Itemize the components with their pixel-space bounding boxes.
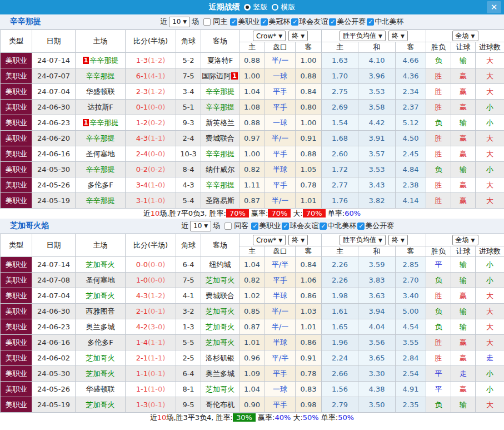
sub-goals: 进球数 xyxy=(476,246,504,257)
result-winlose: 胜 xyxy=(426,146,451,162)
avg-draw: 4.10 xyxy=(358,53,396,68)
fullmatch-select[interactable]: 全场▼ xyxy=(452,235,478,245)
avg-draw: 3.43 xyxy=(358,177,396,193)
league-filter[interactable]: 中北美杯 xyxy=(318,221,356,231)
corner-cell: 2-5 xyxy=(176,350,201,366)
final-select2[interactable]: 终▼ xyxy=(388,235,408,245)
league-filter-label: 美冠杯 xyxy=(268,17,290,27)
final-select2[interactable]: 终▼ xyxy=(388,31,408,41)
odds-away: 1.01 xyxy=(296,193,322,209)
home-team-cell: 圣何塞地 xyxy=(76,146,126,162)
away-team-name: 圣路易斯 xyxy=(206,196,234,205)
avg-win: 1.56 xyxy=(322,382,358,397)
date-cell: 24-07-04 xyxy=(32,288,76,304)
section-header: 芝加哥火焰 近 10▼ 场 同客 美职业 球会友谊 中北美杯 美公开赛 xyxy=(0,219,504,234)
league-checkbox[interactable] xyxy=(282,223,289,230)
result-winlose: 胜 xyxy=(426,288,451,304)
handicap: 半/一 xyxy=(265,319,296,335)
avg-select-value: 胜平负均值 xyxy=(343,235,376,245)
avg-draw: 3.56 xyxy=(358,335,396,350)
league-checkbox[interactable] xyxy=(367,18,374,26)
odds-home: 0.88 xyxy=(239,115,265,131)
result-goals: 大 xyxy=(476,397,504,413)
fulltime-score: 3-4 xyxy=(136,181,148,189)
avg-win: 2.79 xyxy=(322,397,358,413)
league-checkbox[interactable] xyxy=(230,18,237,26)
league-checkbox[interactable] xyxy=(357,223,365,230)
league-checkbox[interactable] xyxy=(261,18,268,26)
league-cell: 美职业 xyxy=(1,335,32,350)
league-checkbox[interactable] xyxy=(251,223,258,230)
result-winlose: 胜 xyxy=(426,177,451,193)
home-team-name: 芝加哥火 xyxy=(86,401,115,409)
close-icon[interactable]: ✕ xyxy=(487,1,501,13)
avg-select[interactable]: 胜平负均值▼ xyxy=(340,235,386,245)
fullmatch-select[interactable]: 全场▼ xyxy=(452,31,478,41)
avg-select[interactable]: 胜平负均值▼ xyxy=(340,31,386,41)
result-header-cell: 全场▼ xyxy=(426,30,504,42)
league-filter[interactable]: 球会友谊 xyxy=(281,221,318,231)
final-select[interactable]: 终▼ xyxy=(288,31,308,41)
odds-home: 0.82 xyxy=(239,162,265,177)
handicap: 半/一 xyxy=(265,53,296,68)
layout-radio-vertical[interactable]: 竖版 xyxy=(244,2,268,12)
result-winlose: 平 xyxy=(426,366,451,382)
layout-radio-horizontal[interactable]: 横版 xyxy=(272,2,296,12)
league-checkbox[interactable] xyxy=(291,18,298,26)
avg-lose: 2.38 xyxy=(396,177,426,193)
col-score: 比分(半场) xyxy=(126,234,176,257)
away-team-cell: 哥伦布机 xyxy=(201,397,239,413)
away-team-cell: 费城联合 xyxy=(201,131,239,146)
league-filter[interactable]: 中北美杯 xyxy=(366,17,403,27)
same-venue-checkbox[interactable] xyxy=(203,18,211,26)
league-filter-label: 球会友谊 xyxy=(299,17,328,27)
league-cell: 美职业 xyxy=(1,193,32,209)
home-team-cell: 芝加哥火 xyxy=(76,397,126,413)
match-count-select[interactable]: 10▼ xyxy=(169,17,190,27)
result-winlose: 胜 xyxy=(426,350,451,366)
avg-draw: 3.58 xyxy=(358,100,396,115)
bookmaker-select[interactable]: Crow*▼ xyxy=(253,235,286,245)
sub-avg-lose: 客 xyxy=(396,42,426,53)
halftime-score: (1-2) xyxy=(148,87,165,96)
league-checkbox[interactable] xyxy=(329,18,336,26)
score-cell: 4-3(1-1) xyxy=(126,131,176,146)
final-select[interactable]: 终▼ xyxy=(288,235,308,245)
odds-away: 0.91 xyxy=(296,131,322,146)
result-goals: 小 xyxy=(476,115,504,131)
bookmaker-select[interactable]: Crow*▼ xyxy=(253,31,286,41)
match-row: 美职业 24-07-04 芝加哥火 4-3(1-2) 4-1 费城联合 1.02… xyxy=(1,288,504,304)
final-select2-value: 终 xyxy=(392,235,398,245)
sub-handicap-result: 让球 xyxy=(451,246,476,257)
radio-selected-icon[interactable] xyxy=(244,4,251,11)
league-checkbox[interactable] xyxy=(320,223,327,230)
result-goals: 大 xyxy=(476,131,504,146)
corner-cell: 6-4 xyxy=(176,366,201,382)
match-row: 美职业 24-06-23 奥兰多城 4-2(3-0) 1-3 芝加哥火 0.87… xyxy=(1,319,504,335)
home-team-cell: 1辛辛那提 xyxy=(76,53,126,68)
league-filter[interactable]: 美职业 xyxy=(250,221,281,231)
league-filter[interactable]: 美公开赛 xyxy=(328,17,366,27)
sub-avg-draw: 和 xyxy=(358,42,396,53)
fulltime-score: 1-4 xyxy=(136,338,148,347)
same-venue-label: 同主 xyxy=(213,17,227,27)
league-cell: 美职业 xyxy=(1,397,32,413)
away-team-cell: 圣路易斯 xyxy=(201,193,239,209)
radio-unselected-icon[interactable] xyxy=(272,4,278,11)
halftime-score: (1-1) xyxy=(148,338,165,347)
match-row: 美职业 24-07-07 辛辛那提 6-1(4-1) 7-5 国际迈阿1 1.0… xyxy=(1,68,504,84)
league-cell: 美职业 xyxy=(1,115,32,131)
home-team-name: 华盛顿联 xyxy=(86,87,115,96)
league-filter[interactable]: 美公开赛 xyxy=(356,221,394,231)
odds-home: 1.04 xyxy=(239,84,265,100)
league-filter[interactable]: 美冠杯 xyxy=(260,17,290,27)
odds-home: 1.02 xyxy=(239,288,265,304)
league-filter[interactable]: 美职业 xyxy=(229,17,260,27)
same-venue-checkbox[interactable] xyxy=(224,223,232,230)
away-team-name: 新英格兰 xyxy=(206,118,234,127)
avg-draw: 3.96 xyxy=(358,68,396,84)
sub-odds-home: 主 xyxy=(239,42,265,53)
home-team-cell: 辛辛那提 xyxy=(76,193,126,209)
league-filter[interactable]: 球会友谊 xyxy=(290,17,328,27)
match-count-select[interactable]: 10▼ xyxy=(190,221,211,231)
